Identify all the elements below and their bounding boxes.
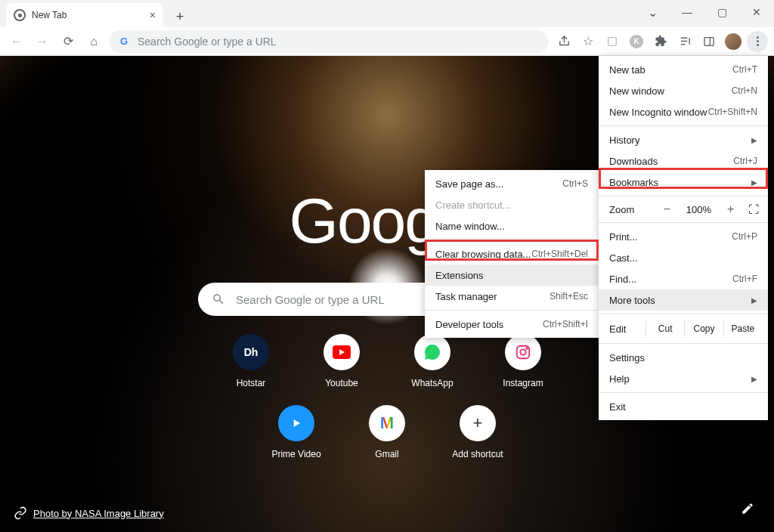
prime-video-icon: [278, 405, 314, 441]
gmail-icon: M: [369, 405, 405, 441]
more-tools-submenu: Save page as...Ctrl+S Create shortcut...…: [425, 170, 599, 338]
toolbar-actions: ☆ K: [553, 31, 768, 52]
youtube-icon: [324, 334, 360, 370]
menu-paste[interactable]: Paste: [723, 320, 762, 337]
submenu-task-manager[interactable]: Task managerShift+Esc: [425, 286, 599, 307]
zoom-value: 100%: [682, 204, 715, 215]
submenu-save-page[interactable]: Save page as...Ctrl+S: [425, 173, 599, 194]
shortcut-hotstar[interactable]: Dh Hotstar: [215, 334, 287, 388]
tab-title: New Tab: [32, 10, 67, 20]
reload-button[interactable]: ⟳: [57, 31, 79, 52]
chrome-menu-button[interactable]: [747, 31, 768, 52]
menu-new-incognito[interactable]: New Incognito windowCtrl+Shift+N: [599, 101, 768, 122]
menu-separator: [425, 310, 599, 311]
shortcuts-row-1: Dh Hotstar Youtube WhatsApp Instagram: [215, 334, 559, 388]
shortcut-youtube[interactable]: Youtube: [305, 334, 378, 388]
menu-print[interactable]: Print...Ctrl+P: [599, 226, 768, 247]
search-icon: [212, 292, 225, 306]
submenu-name-window[interactable]: Name window...: [425, 215, 599, 237]
hotstar-icon: Dh: [233, 334, 269, 370]
ntp-search-placeholder: Search Google or type a URL: [236, 293, 385, 306]
share-icon[interactable]: [553, 31, 574, 52]
tab-close-button[interactable]: ×: [150, 9, 156, 21]
attribution-link[interactable]: Photo by NASA Image Library: [33, 508, 164, 519]
menu-separator: [599, 222, 768, 223]
extension-k-icon[interactable]: K: [626, 31, 647, 52]
svg-point-4: [520, 349, 525, 354]
menu-new-tab[interactable]: New tabCtrl+T: [599, 59, 768, 80]
bookmark-star-icon[interactable]: ☆: [577, 31, 599, 52]
menu-copy[interactable]: Copy: [684, 320, 723, 337]
chevron-right-icon: ▶: [751, 136, 757, 144]
shortcuts-row-2: Prime Video M Gmail + Add shortcut: [260, 405, 514, 459]
chevron-down-icon[interactable]: ⌄: [635, 5, 670, 20]
whatsapp-icon: [414, 334, 450, 370]
zoom-out-button[interactable]: −: [658, 203, 676, 216]
google-icon: G: [118, 36, 130, 48]
svg-rect-0: [608, 37, 617, 45]
menu-separator: [599, 392, 768, 393]
home-button[interactable]: ⌂: [83, 31, 104, 52]
menu-find[interactable]: Find...Ctrl+F: [599, 268, 768, 289]
customize-button[interactable]: [735, 496, 760, 521]
svg-marker-6: [294, 419, 300, 427]
menu-separator: [599, 196, 768, 196]
shortcut-add[interactable]: + Add shortcut: [441, 405, 514, 459]
shortcut-prime-video[interactable]: Prime Video: [260, 405, 333, 459]
submenu-clear-data[interactable]: Clear browsing data...Ctrl+Shift+Del: [425, 243, 599, 264]
chevron-right-icon: ▶: [751, 178, 757, 187]
submenu-create-shortcut: Create shortcut...: [425, 194, 599, 215]
menu-edit-row: Edit Cut Copy Paste: [599, 317, 768, 340]
minimize-button[interactable]: —: [670, 6, 704, 18]
omnibox-placeholder: Search Google or type a URL: [138, 36, 277, 48]
omnibox[interactable]: G Search Google or type a URL: [109, 30, 549, 53]
reading-list-icon[interactable]: [674, 31, 695, 52]
svg-rect-1: [704, 37, 714, 45]
fullscreen-button[interactable]: ⛶: [746, 203, 762, 215]
menu-help[interactable]: Help▶: [599, 368, 768, 389]
extensions-puzzle-icon[interactable]: [650, 31, 671, 52]
link-icon: [14, 506, 27, 520]
background-attribution: Photo by NASA Image Library: [14, 506, 164, 520]
shortcut-whatsapp[interactable]: WhatsApp: [396, 334, 469, 388]
menu-settings[interactable]: Settings: [599, 347, 768, 368]
chrome-main-menu: New tabCtrl+T New windowCtrl+N New Incog…: [599, 56, 768, 420]
profile-avatar[interactable]: [723, 31, 744, 52]
back-button[interactable]: ←: [6, 31, 27, 52]
svg-point-5: [526, 348, 528, 349]
maximize-button[interactable]: ▢: [704, 6, 739, 18]
menu-exit[interactable]: Exit: [599, 396, 768, 417]
menu-zoom-row: Zoom − 100% + ⛶: [599, 200, 768, 219]
instagram-icon: [505, 334, 541, 370]
menu-separator: [599, 125, 768, 126]
shortcut-gmail[interactable]: M Gmail: [351, 405, 423, 459]
menu-new-window[interactable]: New windowCtrl+N: [599, 80, 768, 101]
chevron-right-icon: ▶: [751, 375, 757, 383]
menu-downloads[interactable]: DownloadsCtrl+J: [599, 150, 768, 172]
menu-more-tools[interactable]: More tools▶: [599, 289, 768, 311]
new-tab-button[interactable]: +: [169, 6, 190, 27]
menu-separator: [599, 314, 768, 314]
toolbar: ← → ⟳ ⌂ G Search Google or type a URL ☆ …: [0, 27, 774, 56]
close-window-button[interactable]: ✕: [739, 6, 774, 18]
menu-history[interactable]: History▶: [599, 129, 768, 150]
zoom-in-button[interactable]: +: [721, 203, 739, 216]
submenu-dev-tools[interactable]: Developer toolsCtrl+Shift+I: [425, 314, 599, 335]
browser-tab[interactable]: New Tab ×: [6, 3, 163, 27]
menu-cut[interactable]: Cut: [646, 320, 684, 337]
side-panel-icon[interactable]: [698, 31, 720, 52]
menu-cast[interactable]: Cast...: [599, 247, 768, 268]
shortcut-instagram[interactable]: Instagram: [487, 334, 559, 388]
chevron-right-icon: ▶: [751, 296, 757, 305]
extension-box-icon[interactable]: [602, 31, 623, 52]
forward-button[interactable]: →: [32, 31, 53, 52]
menu-separator: [599, 343, 768, 344]
menu-separator: [425, 240, 599, 240]
pencil-icon: [741, 502, 754, 515]
submenu-extensions[interactable]: Extensions: [425, 264, 599, 286]
tab-favicon-icon: [14, 9, 26, 21]
menu-bookmarks[interactable]: Bookmarks▶: [599, 172, 768, 193]
plus-icon: +: [460, 405, 496, 441]
window-controls: ⌄ — ▢ ✕: [635, 0, 774, 24]
